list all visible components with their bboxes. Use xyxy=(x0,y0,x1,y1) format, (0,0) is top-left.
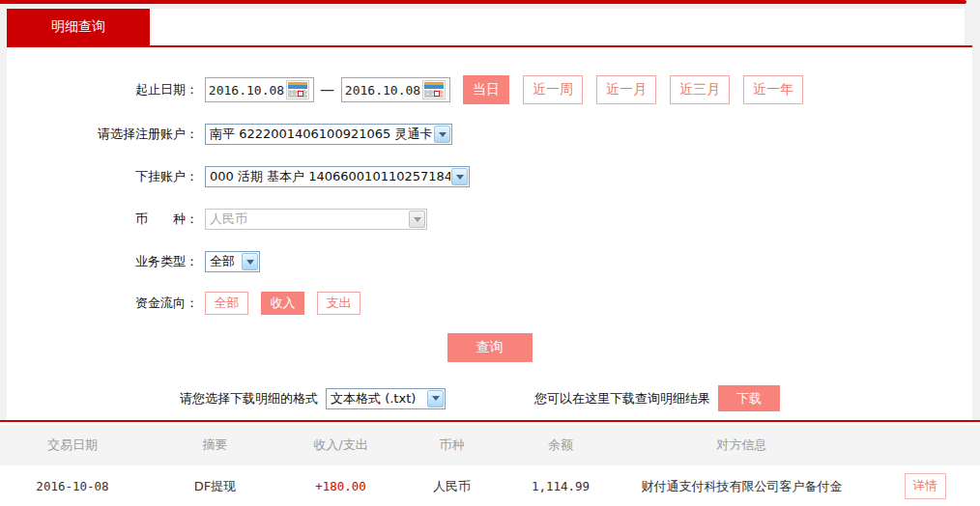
cell-amount: +180.00 xyxy=(285,479,396,493)
column-header-counterparty: 对方信息 xyxy=(614,436,870,454)
start-date-value[interactable] xyxy=(207,83,286,98)
sub-account-row: 下挂账户： 000 活期 基本户 1406600101102571848 xyxy=(7,166,972,187)
calendar-icon[interactable] xyxy=(422,80,446,99)
quick-range-quarter-button[interactable]: 近三月 xyxy=(670,75,730,104)
column-header-amount: 收入/支出 xyxy=(285,436,396,454)
registered-account-value: 南平 6222001406100921065 灵通卡 xyxy=(206,126,433,143)
chevron-down-icon[interactable] xyxy=(242,253,258,270)
fund-flow-label: 资金流向： xyxy=(7,295,205,312)
cell-counterparty: 财付通支付科技有限公司客户备付金 xyxy=(614,478,870,495)
column-header-balance: 余额 xyxy=(507,436,614,454)
calendar-icon-selected-day xyxy=(434,91,440,97)
quick-range-month-button[interactable]: 近一月 xyxy=(596,75,656,104)
sub-account-select[interactable]: 000 活期 基本户 1406600101102571848 xyxy=(205,166,470,187)
calendar-icon-selected-day xyxy=(298,91,303,97)
fund-flow-income-button[interactable]: 收入 xyxy=(261,292,304,315)
tab-detail-query[interactable]: 明细查询 xyxy=(7,9,150,45)
end-date-value[interactable] xyxy=(343,83,422,98)
cell-balance: 1,114.99 xyxy=(507,479,614,493)
quick-range-today-button[interactable]: 当日 xyxy=(463,75,509,104)
quick-range-week-button[interactable]: 近一周 xyxy=(523,75,583,104)
table-row: 2016-10-08 DF提现 +180.00 人民币 1,114.99 财付通… xyxy=(0,465,980,506)
detail-button[interactable]: 详情 xyxy=(905,473,946,499)
column-header-date: 交易日期 xyxy=(0,436,145,454)
query-button-row: 查询 xyxy=(7,333,972,362)
business-type-row: 业务类型： 全部 xyxy=(7,251,972,272)
currency-label: 币 种： xyxy=(7,211,205,228)
chevron-down-icon xyxy=(409,211,425,228)
chevron-down-icon[interactable] xyxy=(434,126,450,143)
cell-currency: 人民币 xyxy=(396,478,507,495)
chevron-down-icon[interactable] xyxy=(451,168,468,185)
end-date-input[interactable] xyxy=(341,77,450,102)
query-button[interactable]: 查询 xyxy=(447,333,533,362)
currency-value: 人民币 xyxy=(206,211,408,228)
download-button[interactable]: 下载 xyxy=(718,385,780,411)
download-format-value: 文本格式 (.txt) xyxy=(327,390,426,408)
fund-flow-row: 资金流向： 全部 收入 支出 xyxy=(7,292,972,315)
currency-row: 币 种： 人民币 xyxy=(7,209,972,230)
column-header-currency: 币种 xyxy=(396,436,507,454)
download-row: 请您选择下载明细的格式 文本格式 (.txt) 您可以在这里下载查询明细结果 下… xyxy=(7,385,972,411)
business-type-select[interactable]: 全部 xyxy=(205,251,260,272)
date-range-separator: — xyxy=(320,81,334,98)
registered-account-select[interactable]: 南平 6222001406100921065 灵通卡 xyxy=(205,124,452,145)
chevron-down-icon[interactable] xyxy=(427,390,444,408)
download-format-select[interactable]: 文本格式 (.txt) xyxy=(326,388,446,409)
cell-summary: DF提现 xyxy=(145,478,285,495)
download-format-label: 请您选择下载明细的格式 xyxy=(180,390,318,408)
download-hint-text: 您可以在这里下载查询明细结果 xyxy=(534,390,710,408)
currency-select: 人民币 xyxy=(205,209,427,230)
top-accent-bar xyxy=(0,0,966,4)
sub-account-label: 下挂账户： xyxy=(7,168,205,185)
query-form-panel: 起止日期： — 当日 近一周 近一月 近三月 近一年 请 xyxy=(7,47,972,420)
calendar-icon[interactable] xyxy=(286,80,309,99)
cell-transaction-date: 2016-10-08 xyxy=(0,479,145,493)
tab-bar: 明细查询 xyxy=(7,9,965,45)
registered-account-row: 请选择注册账户： 南平 6222001406100921065 灵通卡 xyxy=(7,124,972,145)
table-header-row: 交易日期 摘要 收入/支出 币种 余额 对方信息 xyxy=(0,425,980,465)
tab-label: 明细查询 xyxy=(51,18,105,36)
business-type-value: 全部 xyxy=(206,253,241,270)
cell-actions: 详情 xyxy=(870,473,980,499)
date-range-label: 起止日期： xyxy=(7,81,205,98)
start-date-input[interactable] xyxy=(205,77,314,102)
results-divider xyxy=(0,420,980,422)
results-section: 交易日期 摘要 收入/支出 币种 余额 对方信息 2016-10-08 DF提现… xyxy=(0,420,980,506)
calendar-icon-stripe xyxy=(424,85,444,89)
sub-account-value: 000 活期 基本户 1406600101102571848 xyxy=(206,168,450,185)
calendar-icon-stripe xyxy=(288,85,307,89)
column-header-summary: 摘要 xyxy=(145,436,285,454)
fund-flow-expense-button[interactable]: 支出 xyxy=(317,292,360,315)
registered-account-label: 请选择注册账户： xyxy=(7,126,205,143)
quick-range-year-button[interactable]: 近一年 xyxy=(743,75,803,104)
fund-flow-all-button[interactable]: 全部 xyxy=(205,292,248,315)
date-range-row: 起止日期： — 当日 近一周 近一月 近三月 近一年 xyxy=(7,75,972,104)
business-type-label: 业务类型： xyxy=(7,253,205,270)
